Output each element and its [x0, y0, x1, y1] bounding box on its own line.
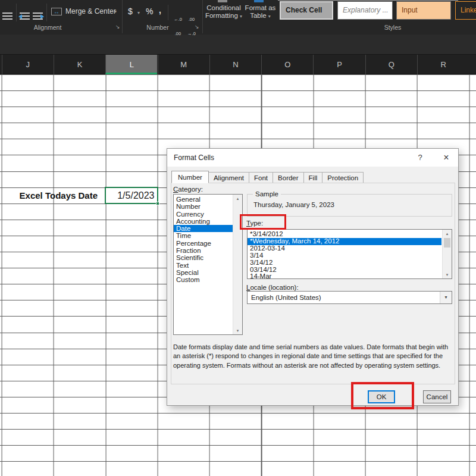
- column-header-k[interactable]: K: [54, 55, 105, 74]
- annotation-rect-ok: [351, 382, 414, 409]
- tab-number[interactable]: Number: [171, 171, 209, 183]
- ribbon-divider: [46, 4, 47, 21]
- scroll-down-icon[interactable]: ▾: [233, 327, 242, 334]
- fill-handle[interactable]: [156, 202, 159, 205]
- chevron-down-icon: ▾: [240, 14, 242, 19]
- scrollbar-thumb[interactable]: [444, 238, 450, 248]
- column-header-q[interactable]: Q: [365, 55, 417, 74]
- tab-protection[interactable]: Protection: [322, 172, 364, 183]
- column-header-o[interactable]: O: [261, 55, 313, 74]
- locale-value: English (United States): [251, 294, 321, 301]
- selected-cell-value: 1/5/2023: [117, 190, 154, 201]
- type-scrollbar[interactable]: ▴ ▾: [442, 230, 452, 278]
- dialog-title: Format Cells: [174, 149, 214, 167]
- category-special[interactable]: Special: [174, 269, 233, 276]
- sample-group: Sample Thursday, January 5, 2023: [247, 194, 452, 217]
- currency-format-button[interactable]: $: [128, 7, 133, 16]
- chevron-down-icon[interactable]: ▾: [137, 10, 140, 15]
- ribbon-divider: [16, 4, 17, 21]
- column-header-l[interactable]: L: [105, 55, 157, 74]
- tab-fill[interactable]: Fill: [304, 172, 323, 183]
- cell-style-check-cell[interactable]: Check Cell: [280, 1, 333, 20]
- annotation-rect-type: [240, 214, 286, 230]
- scroll-down-icon[interactable]: ▾: [443, 271, 452, 278]
- chevron-down-icon: ▾: [268, 14, 271, 19]
- category-scientific[interactable]: Scientific: [174, 254, 233, 261]
- number-dialog-launcher-icon[interactable]: ↘: [195, 24, 199, 30]
- dialog-titlebar[interactable]: Format Cells ? ×: [167, 149, 458, 167]
- category-listbox[interactable]: General Number Currency Accounting Date …: [173, 194, 243, 335]
- locale-dropdown[interactable]: English (United States) ▾: [247, 291, 452, 304]
- ribbon: ↔ Merge & Center ▾ Alignment ↘ $ ▾ % , ←…: [0, 0, 476, 35]
- date-format-description: Date formats display date and time seria…: [173, 343, 457, 370]
- merge-center-icon: ↔: [51, 8, 62, 15]
- indent-left-arrow-icon: [18, 14, 22, 19]
- column-header-n[interactable]: N: [209, 55, 261, 74]
- locale-label: Locale (location):: [246, 284, 299, 291]
- type-option[interactable]: 3/14: [248, 252, 441, 259]
- indent-right-arrow-icon: [40, 14, 44, 19]
- scroll-up-icon[interactable]: ▴: [443, 230, 452, 237]
- column-header-j[interactable]: J: [2, 55, 54, 74]
- type-option[interactable]: 03/14/12: [248, 267, 441, 274]
- category-general[interactable]: General: [174, 196, 233, 203]
- category-accounting[interactable]: Accounting: [174, 218, 233, 225]
- label-cell[interactable]: Excel Todays Date: [4, 187, 98, 203]
- type-option[interactable]: 3/14/12: [248, 259, 441, 267]
- ribbon-divider: [168, 5, 168, 20]
- category-currency[interactable]: Currency: [174, 211, 233, 218]
- category-percentage[interactable]: Percentage: [174, 240, 233, 247]
- styles-group-label: Styles: [363, 24, 422, 31]
- comma-style-button[interactable]: ,: [159, 5, 161, 15]
- increase-indent-button[interactable]: [33, 12, 43, 20]
- close-icon[interactable]: ×: [439, 149, 453, 167]
- category-fraction[interactable]: Fraction: [174, 247, 233, 254]
- category-custom[interactable]: Custom: [174, 276, 233, 283]
- type-listbox[interactable]: *3/14/2012 *Wednesday, March 14, 2012 20…: [247, 229, 452, 279]
- selected-cell[interactable]: 1/5/2023: [105, 187, 158, 205]
- category-date[interactable]: Date: [174, 225, 233, 232]
- tab-border[interactable]: Border: [273, 172, 304, 183]
- category-time[interactable]: Time: [174, 232, 233, 239]
- align-text-icon[interactable]: [2, 12, 12, 20]
- scroll-up-icon[interactable]: ▴: [233, 195, 242, 202]
- chevron-down-icon[interactable]: ▾: [440, 292, 452, 303]
- format-cells-dialog: Format Cells ? × NumberAlignmentFontBord…: [167, 148, 459, 406]
- cell-style-explanatory[interactable]: Explanatory ...: [337, 1, 393, 20]
- sample-value: Thursday, January 5, 2023: [253, 201, 334, 208]
- percent-style-button[interactable]: %: [146, 7, 153, 16]
- dialog-tabs: NumberAlignmentFontBorderFillProtection: [171, 171, 364, 183]
- ribbon-divider: [122, 0, 123, 33]
- tab-alignment[interactable]: Alignment: [209, 172, 249, 183]
- cell-style-input[interactable]: Input: [396, 1, 451, 20]
- type-option[interactable]: 2012-03-14: [248, 245, 441, 252]
- number-group-label: Number: [128, 24, 187, 31]
- column-header-p[interactable]: P: [313, 55, 365, 74]
- cancel-button[interactable]: Cancel: [423, 390, 451, 403]
- formula-bar-band: [0, 35, 476, 55]
- sample-group-label: Sample: [253, 190, 281, 198]
- alignment-group-label: Alignment: [18, 24, 77, 31]
- merge-center-label: Merge & Center: [65, 7, 116, 15]
- help-icon[interactable]: ?: [413, 149, 427, 167]
- tab-font[interactable]: Font: [249, 172, 273, 183]
- alignment-dialog-launcher-icon[interactable]: ↘: [115, 24, 120, 30]
- type-option[interactable]: 14-Mar: [248, 273, 441, 279]
- column-headers: J K L M N O P Q R: [0, 55, 476, 74]
- column-header-m[interactable]: M: [158, 55, 209, 74]
- conditional-formatting-icon: [218, 0, 227, 2]
- category-label: Category:: [173, 186, 203, 193]
- ribbon-divider: [202, 0, 203, 33]
- style-gallery-border: [278, 0, 458, 1]
- cell-style-linked-cell[interactable]: Linked Cell: [455, 1, 476, 20]
- format-as-table-button[interactable]: Format as Table ▾: [244, 4, 277, 20]
- column-header-r[interactable]: R: [417, 55, 469, 74]
- chevron-down-icon: ▾: [114, 9, 117, 14]
- category-text[interactable]: Text: [174, 262, 233, 269]
- format-as-table-icon: [254, 0, 264, 2]
- conditional-formatting-button[interactable]: Conditional Formatting ▾: [205, 4, 243, 20]
- decrease-indent-button[interactable]: [20, 12, 30, 20]
- category-number[interactable]: Number: [174, 203, 233, 210]
